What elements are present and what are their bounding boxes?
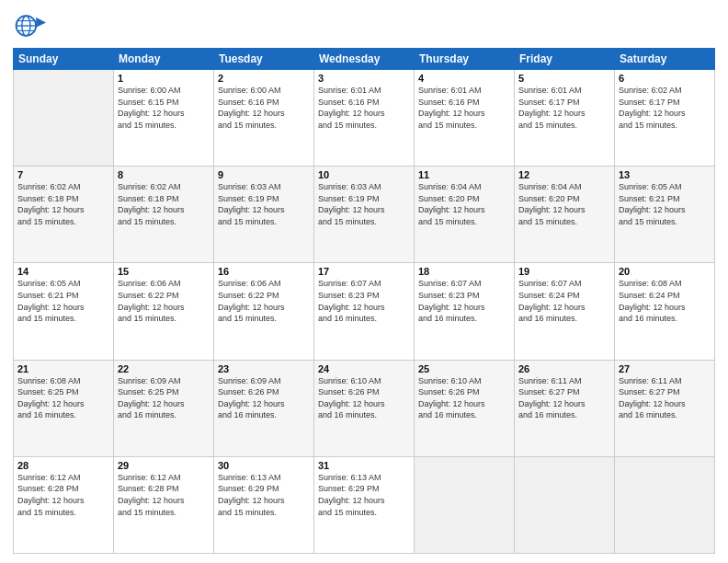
calendar-cell xyxy=(615,456,715,553)
cell-info: Sunrise: 6:05 AM Sunset: 6:21 PM Dayligh… xyxy=(17,278,109,324)
cell-info: Sunrise: 6:00 AM Sunset: 6:16 PM Dayligh… xyxy=(218,85,310,131)
weekday-header-sunday: Sunday xyxy=(14,49,114,70)
svg-marker-5 xyxy=(36,17,46,28)
weekday-header-saturday: Saturday xyxy=(615,49,715,70)
cell-info: Sunrise: 6:09 AM Sunset: 6:26 PM Dayligh… xyxy=(218,375,310,421)
calendar-cell: 22Sunrise: 6:09 AM Sunset: 6:25 PM Dayli… xyxy=(114,360,214,456)
cell-info: Sunrise: 6:04 AM Sunset: 6:20 PM Dayligh… xyxy=(418,181,510,227)
calendar-cell xyxy=(515,456,615,553)
cell-info: Sunrise: 6:09 AM Sunset: 6:25 PM Dayligh… xyxy=(118,375,210,421)
cell-info: Sunrise: 6:06 AM Sunset: 6:22 PM Dayligh… xyxy=(118,278,210,324)
calendar-cell: 29Sunrise: 6:12 AM Sunset: 6:28 PM Dayli… xyxy=(114,456,214,553)
cell-info: Sunrise: 6:04 AM Sunset: 6:20 PM Dayligh… xyxy=(518,181,610,227)
cell-info: Sunrise: 6:12 AM Sunset: 6:28 PM Dayligh… xyxy=(17,472,109,518)
calendar-cell xyxy=(415,456,515,553)
calendar-cell: 2Sunrise: 6:00 AM Sunset: 6:16 PM Daylig… xyxy=(214,70,314,167)
calendar-cell: 23Sunrise: 6:09 AM Sunset: 6:26 PM Dayli… xyxy=(214,360,314,456)
logo xyxy=(13,9,51,42)
day-number: 12 xyxy=(518,169,610,180)
day-number: 5 xyxy=(518,73,610,84)
day-number: 26 xyxy=(518,363,610,374)
calendar-cell: 26Sunrise: 6:11 AM Sunset: 6:27 PM Dayli… xyxy=(515,360,615,456)
weekday-header-friday: Friday xyxy=(515,49,615,70)
day-number: 24 xyxy=(318,363,410,374)
day-number: 22 xyxy=(118,363,210,374)
day-number: 17 xyxy=(318,266,410,277)
calendar-cell: 14Sunrise: 6:05 AM Sunset: 6:21 PM Dayli… xyxy=(14,263,114,360)
day-number: 19 xyxy=(518,266,610,277)
calendar-cell: 11Sunrise: 6:04 AM Sunset: 6:20 PM Dayli… xyxy=(415,167,515,263)
calendar-cell: 17Sunrise: 6:07 AM Sunset: 6:23 PM Dayli… xyxy=(314,263,415,360)
calendar-cell: 8Sunrise: 6:02 AM Sunset: 6:18 PM Daylig… xyxy=(114,167,214,263)
day-number: 29 xyxy=(118,460,210,471)
cell-info: Sunrise: 6:07 AM Sunset: 6:24 PM Dayligh… xyxy=(518,278,610,324)
cell-info: Sunrise: 6:12 AM Sunset: 6:28 PM Dayligh… xyxy=(118,472,210,518)
calendar-cell: 18Sunrise: 6:07 AM Sunset: 6:23 PM Dayli… xyxy=(415,263,515,360)
calendar-cell: 7Sunrise: 6:02 AM Sunset: 6:18 PM Daylig… xyxy=(14,167,114,263)
day-number: 11 xyxy=(418,169,510,180)
logo-icon xyxy=(13,9,46,42)
calendar-cell: 28Sunrise: 6:12 AM Sunset: 6:28 PM Dayli… xyxy=(14,456,114,553)
day-number: 31 xyxy=(318,460,410,471)
cell-info: Sunrise: 6:07 AM Sunset: 6:23 PM Dayligh… xyxy=(318,278,410,324)
weekday-header-monday: Monday xyxy=(114,49,214,70)
cell-info: Sunrise: 6:03 AM Sunset: 6:19 PM Dayligh… xyxy=(318,181,410,227)
weekday-header-row: SundayMondayTuesdayWednesdayThursdayFrid… xyxy=(14,49,715,70)
day-number: 21 xyxy=(17,363,109,374)
day-number: 13 xyxy=(619,169,711,180)
day-number: 18 xyxy=(418,266,510,277)
cell-info: Sunrise: 6:07 AM Sunset: 6:23 PM Dayligh… xyxy=(418,278,510,324)
weekday-header-thursday: Thursday xyxy=(415,49,515,70)
day-number: 2 xyxy=(218,73,310,84)
calendar-cell: 30Sunrise: 6:13 AM Sunset: 6:29 PM Dayli… xyxy=(214,456,314,553)
calendar-cell: 16Sunrise: 6:06 AM Sunset: 6:22 PM Dayli… xyxy=(214,263,314,360)
calendar-cell: 13Sunrise: 6:05 AM Sunset: 6:21 PM Dayli… xyxy=(615,167,715,263)
cell-info: Sunrise: 6:10 AM Sunset: 6:26 PM Dayligh… xyxy=(418,375,510,421)
day-number: 27 xyxy=(619,363,711,374)
cell-info: Sunrise: 6:13 AM Sunset: 6:29 PM Dayligh… xyxy=(318,472,410,518)
cell-info: Sunrise: 6:08 AM Sunset: 6:24 PM Dayligh… xyxy=(619,278,711,324)
cell-info: Sunrise: 6:02 AM Sunset: 6:17 PM Dayligh… xyxy=(619,85,711,131)
cell-info: Sunrise: 6:11 AM Sunset: 6:27 PM Dayligh… xyxy=(518,375,610,421)
calendar-row-3: 14Sunrise: 6:05 AM Sunset: 6:21 PM Dayli… xyxy=(14,263,715,360)
cell-info: Sunrise: 6:01 AM Sunset: 6:16 PM Dayligh… xyxy=(418,85,510,131)
calendar-row-5: 28Sunrise: 6:12 AM Sunset: 6:28 PM Dayli… xyxy=(14,456,715,553)
calendar-row-2: 7Sunrise: 6:02 AM Sunset: 6:18 PM Daylig… xyxy=(14,167,715,263)
day-number: 16 xyxy=(218,266,310,277)
day-number: 20 xyxy=(619,266,711,277)
calendar-cell: 19Sunrise: 6:07 AM Sunset: 6:24 PM Dayli… xyxy=(515,263,615,360)
page: SundayMondayTuesdayWednesdayThursdayFrid… xyxy=(0,0,728,563)
calendar-row-4: 21Sunrise: 6:08 AM Sunset: 6:25 PM Dayli… xyxy=(14,360,715,456)
day-number: 23 xyxy=(218,363,310,374)
day-number: 3 xyxy=(318,73,410,84)
header xyxy=(13,9,715,42)
day-number: 6 xyxy=(619,73,711,84)
cell-info: Sunrise: 6:00 AM Sunset: 6:15 PM Dayligh… xyxy=(118,85,210,131)
day-number: 10 xyxy=(318,169,410,180)
weekday-header-wednesday: Wednesday xyxy=(314,49,415,70)
cell-info: Sunrise: 6:06 AM Sunset: 6:22 PM Dayligh… xyxy=(218,278,310,324)
day-number: 30 xyxy=(218,460,310,471)
day-number: 28 xyxy=(17,460,109,471)
cell-info: Sunrise: 6:01 AM Sunset: 6:17 PM Dayligh… xyxy=(518,85,610,131)
calendar-cell: 4Sunrise: 6:01 AM Sunset: 6:16 PM Daylig… xyxy=(415,70,515,167)
calendar-cell: 3Sunrise: 6:01 AM Sunset: 6:16 PM Daylig… xyxy=(314,70,415,167)
calendar-cell: 21Sunrise: 6:08 AM Sunset: 6:25 PM Dayli… xyxy=(14,360,114,456)
day-number: 7 xyxy=(17,169,109,180)
calendar-cell: 27Sunrise: 6:11 AM Sunset: 6:27 PM Dayli… xyxy=(615,360,715,456)
day-number: 9 xyxy=(218,169,310,180)
calendar-cell: 25Sunrise: 6:10 AM Sunset: 6:26 PM Dayli… xyxy=(415,360,515,456)
calendar-row-1: 1Sunrise: 6:00 AM Sunset: 6:15 PM Daylig… xyxy=(14,70,715,167)
cell-info: Sunrise: 6:02 AM Sunset: 6:18 PM Dayligh… xyxy=(17,181,109,227)
day-number: 1 xyxy=(118,73,210,84)
calendar-cell: 10Sunrise: 6:03 AM Sunset: 6:19 PM Dayli… xyxy=(314,167,415,263)
calendar-cell: 15Sunrise: 6:06 AM Sunset: 6:22 PM Dayli… xyxy=(114,263,214,360)
cell-info: Sunrise: 6:11 AM Sunset: 6:27 PM Dayligh… xyxy=(619,375,711,421)
calendar-cell xyxy=(14,70,114,167)
weekday-header-tuesday: Tuesday xyxy=(214,49,314,70)
cell-info: Sunrise: 6:08 AM Sunset: 6:25 PM Dayligh… xyxy=(17,375,109,421)
day-number: 8 xyxy=(118,169,210,180)
calendar-cell: 5Sunrise: 6:01 AM Sunset: 6:17 PM Daylig… xyxy=(515,70,615,167)
day-number: 4 xyxy=(418,73,510,84)
day-number: 25 xyxy=(418,363,510,374)
